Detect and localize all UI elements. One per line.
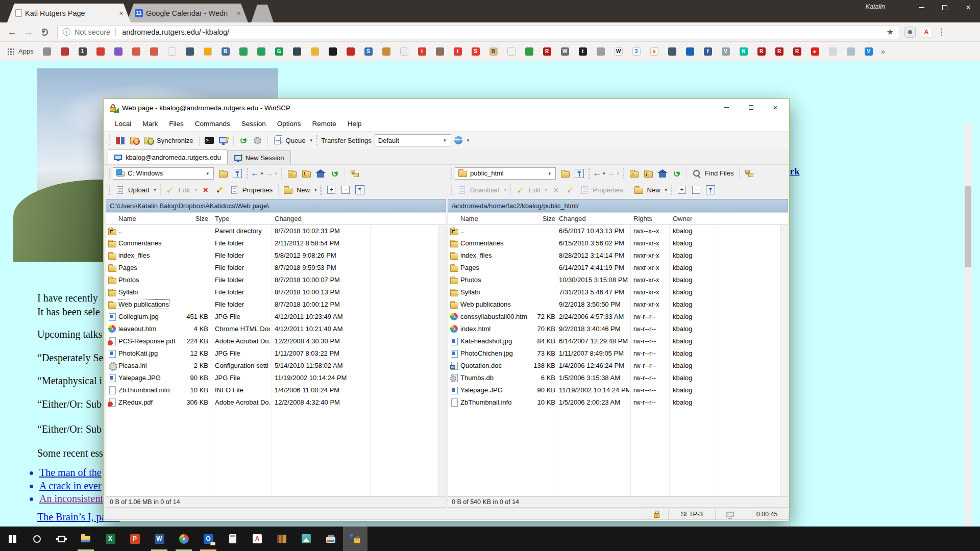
drive-combo[interactable]: public_html ▾ [455, 167, 556, 180]
find-files-label[interactable]: Find Files [705, 169, 733, 177]
bookmark-favicon[interactable] [186, 47, 194, 56]
PhotoChichen.jpg[interactable]: PhotoChichen.jpg 73 KB 1/11/2007 8:49:05… [448, 347, 788, 360]
chevron-down-icon[interactable]: ▾ [665, 187, 668, 192]
word-button[interactable] [147, 527, 172, 551]
extension-icon[interactable] [904, 27, 916, 38]
bookmark-favicon[interactable] [257, 47, 265, 56]
ZbThumbnail.info[interactable]: ZbThumbnail.info 10 KB INFO File 1/4/200… [106, 384, 446, 396]
acrobat-extension-icon[interactable]: A [921, 27, 932, 38]
filter-icon[interactable] [573, 167, 585, 180]
library-button[interactable] [270, 527, 294, 551]
start-button[interactable] [0, 527, 24, 551]
bookmark-favicon[interactable] [597, 47, 605, 56]
menu-item[interactable]: Remote [312, 120, 336, 128]
chevron-down-icon[interactable]: ▾ [545, 187, 548, 192]
bookmark-favicon[interactable]: W [561, 47, 569, 56]
back-icon[interactable]: ← [251, 168, 259, 179]
add-filter-icon[interactable]: + [325, 184, 337, 196]
bookmark-favicon[interactable]: W [615, 47, 623, 56]
edit-pencil-icon[interactable] [514, 184, 527, 196]
bookmark-favicon[interactable] [525, 47, 533, 56]
remote-path-bar[interactable]: /andromeda/home/fac2/kbalog/public_html/ [448, 199, 788, 212]
edit-label[interactable]: Edit [529, 186, 540, 194]
bookmark-favicon[interactable] [204, 47, 212, 56]
Pages[interactable]: Pages 6/14/2017 4:41:19 PM rwxr-xr-x kba… [448, 262, 788, 274]
reload-icon[interactable] [41, 29, 48, 36]
menu-item[interactable]: Mark [142, 120, 158, 128]
preferences-gear-icon[interactable] [252, 134, 264, 146]
chevron-down-icon[interactable]: ▾ [261, 171, 263, 176]
bookmark-favicon[interactable] [829, 47, 837, 56]
remove-filter-icon[interactable]: − [339, 184, 352, 196]
bookmark-favicon[interactable] [668, 47, 676, 56]
console-icon[interactable]: >_ [203, 134, 215, 146]
menu-item[interactable]: Files [169, 120, 184, 128]
tab-google-calendar[interactable]: 11 Google Calendar - Wedn × [127, 4, 248, 22]
bookmark-favicon[interactable]: t [418, 47, 426, 56]
bookmark-favicon[interactable] [686, 47, 694, 56]
chrome-menu-icon[interactable]: ⋮ [937, 27, 946, 37]
refresh-panels-icon[interactable] [237, 134, 250, 146]
photos-button[interactable] [294, 527, 318, 551]
Photos[interactable]: Photos 10/30/2015 3:15:08 PM rwxr-xr-x k… [448, 274, 788, 286]
leaveout.htm[interactable]: leaveout.htm 4 KB Chrome HTML Doc... 4/1… [106, 323, 446, 335]
Commentaries[interactable]: Commentaries File folder 2/11/2012 8:58:… [106, 237, 446, 249]
cortana-button[interactable] [24, 527, 49, 551]
refresh-icon[interactable] [671, 167, 683, 180]
properties-icon[interactable] [228, 184, 240, 196]
queue-label[interactable]: Queue [286, 137, 306, 144]
forward-icon[interactable]: → [20, 27, 37, 38]
column-header-changed[interactable]: Changed [559, 213, 586, 225]
bookmark-favicon[interactable] [132, 47, 140, 56]
local-scrollbar[interactable] [438, 225, 446, 496]
back-icon[interactable]: ← [4, 27, 20, 38]
printer-button[interactable] [318, 527, 343, 551]
bookmark-favicon[interactable]: t [579, 47, 587, 56]
edit-pencil-icon[interactable] [164, 184, 177, 196]
Syllabi[interactable]: Syllabi 7/31/2013 5:46:47 PM rwxr-xr-x k… [448, 286, 788, 298]
new-label[interactable]: New [297, 186, 310, 194]
Commentaries[interactable]: Commentaries 6/15/2010 3:56:02 PM rwxr-x… [448, 237, 788, 249]
bookmark-favicon[interactable] [61, 47, 69, 56]
Collegium.jpg[interactable]: Collegium.jpg 451 KB JPG File 4/12/2011 … [106, 311, 446, 323]
queue-icon[interactable] [272, 134, 284, 146]
bookmarks-overflow-icon[interactable]: » [881, 47, 885, 56]
bookmark-favicon[interactable]: S [472, 47, 480, 56]
new-tab-button[interactable] [251, 5, 274, 22]
menu-item[interactable]: Session [241, 120, 266, 128]
parent-directory-icon[interactable]: ↑ [286, 167, 298, 180]
page-link[interactable]: A crack in ever [39, 480, 102, 492]
browser-profile-name[interactable]: Katalin [866, 3, 885, 10]
chevron-down-icon[interactable]: ▾ [504, 187, 507, 192]
scrollbar-thumb[interactable] [965, 186, 971, 267]
column-header-changed[interactable]: Changed [275, 213, 302, 225]
column-header-rights[interactable]: Rights [633, 213, 652, 225]
synchronized-browsing-icon[interactable] [128, 134, 140, 146]
info-icon[interactable]: i [63, 28, 70, 36]
powerpoint-button[interactable] [122, 527, 147, 551]
bookmark-favicon[interactable] [150, 47, 158, 56]
synchronize-label[interactable]: Synchronize [157, 137, 193, 144]
Web publications[interactable]: Web publications File folder 8/7/2018 10… [106, 298, 446, 311]
chevron-down-icon[interactable]: ▾ [194, 187, 197, 192]
remote-command-icon[interactable] [217, 134, 230, 146]
globe-icon[interactable] [452, 134, 464, 146]
conssyllabusfall00.htm[interactable]: conssyllabusfall00.htm 72 KB 2/24/2006 4… [448, 311, 788, 323]
synchronize-icon[interactable] [142, 134, 155, 146]
bookmark-favicon[interactable]: R [793, 47, 801, 56]
apps-grid-icon[interactable] [7, 48, 14, 55]
edit-label[interactable]: Edit [179, 186, 190, 194]
bookmark-favicon[interactable]: G [275, 47, 283, 56]
ZbThumbnail.info[interactable]: ZbThumbnail.info 10 KB 1/5/2006 2:00:23 … [448, 396, 788, 409]
properties-icon[interactable] [578, 184, 591, 196]
bookmark-favicon[interactable]: 1 [79, 47, 87, 56]
column-header-owner[interactable]: Owner [673, 213, 692, 225]
..[interactable]: .. Parent directory 8/7/2018 10:02:31 PM [106, 225, 446, 237]
tab-close-icon[interactable]: × [234, 9, 243, 17]
add-filter-icon[interactable]: + [676, 184, 688, 196]
menu-item[interactable]: Help [348, 120, 362, 128]
column-header-size[interactable]: Size [162, 213, 208, 225]
root-directory-icon[interactable]: \ [300, 167, 312, 180]
tree-view-icon[interactable] [743, 167, 755, 180]
menu-item[interactable]: Commands [195, 120, 230, 128]
